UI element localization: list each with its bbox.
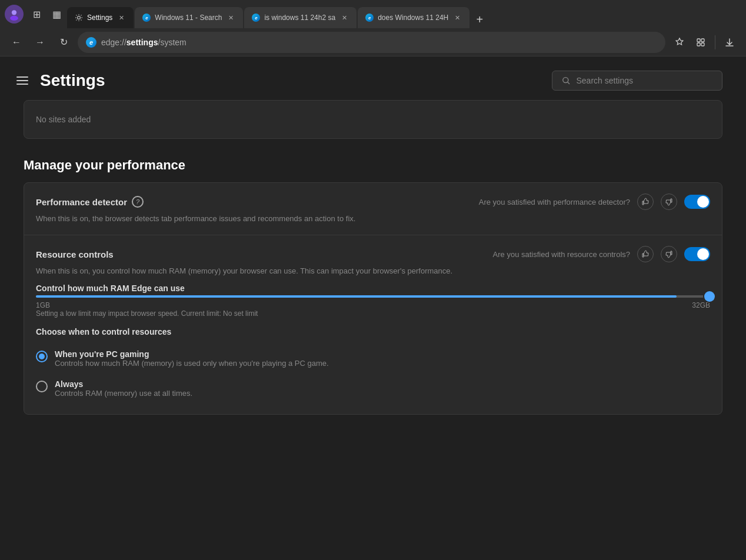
forward-button[interactable]: →: [31, 33, 49, 52]
profile-icon[interactable]: [5, 5, 24, 24]
radio-always-button[interactable]: [36, 381, 48, 392]
svg-rect-3: [697, 39, 700, 42]
tab-settings-title: Settings: [87, 14, 112, 22]
svg-rect-5: [697, 43, 700, 46]
radio-gaming-text: When you're PC gaming Controls how much …: [55, 349, 329, 368]
performance-settings-card: Performance detector ? Are you satisfied…: [24, 182, 722, 415]
tabs-container: Settings ✕ e Windows 11 - Search ✕ e is …: [67, 0, 741, 28]
performance-detector-help-icon[interactable]: ?: [132, 196, 144, 208]
hamburger-line-2: [16, 80, 28, 81]
back-button[interactable]: ←: [7, 33, 26, 52]
choose-title: Choose when to control resources: [36, 327, 710, 336]
ram-slider-section: Control how much RAM Edge can use: [36, 284, 710, 318]
slider-max-label: 32GB: [692, 301, 710, 309]
hamburger-line-3: [16, 84, 28, 85]
settings-page: Settings No sites added Manage your perf…: [0, 56, 746, 560]
main-content: No sites added Manage your performance P…: [0, 100, 746, 438]
slider-wrapper: [36, 295, 710, 298]
browser-titlebar: ⊞ ▦ Settings ✕ e Windows 11 - Search ✕: [0, 0, 746, 28]
slider-fill: [36, 295, 677, 298]
slider-labels: 1GB 32GB: [36, 301, 710, 309]
tab-grid-icon[interactable]: ⊞: [28, 6, 45, 22]
performance-section-title: Manage your performance: [24, 158, 722, 173]
search2-favicon: e: [251, 13, 261, 22]
new-tab-icon[interactable]: ▦: [48, 6, 65, 22]
settings-favicon: [74, 13, 84, 22]
search-settings-input[interactable]: [576, 76, 712, 85]
resource-controls-label: Resource controls: [36, 249, 114, 259]
radio-gaming-button[interactable]: [36, 351, 48, 362]
performance-detector-header: Performance detector ? Are you satisfied…: [36, 194, 710, 210]
radio-gaming-label: When you're PC gaming: [55, 349, 329, 359]
radio-always-label: Always: [55, 379, 192, 389]
resource-controls-desc: When this is on, you control how much RA…: [36, 266, 710, 276]
address-bar[interactable]: e edge://settings/system: [78, 32, 665, 53]
svg-rect-4: [701, 39, 704, 42]
tab-search3-title: does Windows 11 24H: [378, 14, 448, 22]
favorites-button[interactable]: [670, 33, 689, 52]
tab-search2[interactable]: e is windows 11 24h2 sa ✕: [244, 7, 357, 28]
slider-min-label: 1GB: [36, 301, 50, 309]
resource-controls-thumbup[interactable]: [637, 246, 654, 262]
slider-label: Control how much RAM Edge can use: [36, 284, 710, 293]
resource-controls-label-area: Resource controls: [36, 249, 114, 259]
performance-detector-right: Are you satisfied with performance detec…: [479, 194, 710, 210]
settings-main: Settings No sites added Manage your perf…: [0, 56, 746, 560]
tab-search1-title: Windows 11 - Search: [155, 14, 222, 22]
resource-controls-right: Are you satisfied with resource controls…: [493, 246, 710, 262]
new-tab-button[interactable]: +: [471, 11, 488, 28]
settings-page-title: Settings: [40, 71, 105, 90]
refresh-button[interactable]: ↻: [54, 33, 73, 52]
performance-detector-label: Performance detector: [36, 197, 127, 207]
nav-right-icons: [670, 33, 739, 52]
resource-controls-header: Resource controls Are you satisfied with…: [36, 246, 710, 262]
slider-track: [36, 295, 710, 298]
settings-title-area: Settings: [14, 71, 105, 90]
address-text: edge://settings/system: [101, 38, 186, 47]
performance-detector-thumbup[interactable]: [637, 194, 654, 210]
svg-rect-6: [701, 43, 704, 46]
downloads-button[interactable]: [720, 33, 739, 52]
settings-header: Settings: [0, 56, 746, 100]
performance-detector-thumbdown[interactable]: [661, 194, 677, 210]
collections-button[interactable]: [691, 33, 710, 52]
nav-divider: [715, 35, 715, 49]
tab-search3-close[interactable]: ✕: [452, 12, 462, 23]
search-settings-box[interactable]: [552, 71, 722, 91]
tab-search3[interactable]: e does Windows 11 24H ✕: [358, 7, 469, 28]
svg-point-2: [78, 16, 81, 19]
radio-gaming: When you're PC gaming Controls how much …: [36, 344, 710, 374]
radio-always: Always Controls RAM (memory) use at all …: [36, 374, 710, 404]
svg-point-1: [10, 16, 18, 21]
search1-favicon: e: [142, 13, 151, 22]
hamburger-button[interactable]: [14, 74, 31, 87]
tab-search2-title: is windows 11 24h2 sa: [264, 14, 335, 22]
edge-logo-icon: e: [86, 37, 96, 48]
radio-always-desc: Controls RAM (memory) use at all times.: [55, 389, 192, 398]
slider-container: [36, 295, 710, 298]
performance-detector-toggle[interactable]: [684, 195, 710, 209]
slider-row: [36, 295, 710, 298]
resource-controls-thumbdown[interactable]: [661, 246, 677, 262]
performance-detector-label-area: Performance detector ?: [36, 196, 144, 208]
tab-search1[interactable]: e Windows 11 - Search ✕: [135, 7, 243, 28]
slider-thumb[interactable]: [704, 291, 715, 302]
resource-controls-feedback: Are you satisfied with resource controls…: [493, 250, 630, 259]
performance-detector-desc: When this is on, the browser detects tab…: [36, 214, 710, 224]
performance-detector-row: Performance detector ? Are you satisfied…: [24, 183, 722, 235]
no-sites-text: No sites added: [36, 115, 91, 124]
tab-settings[interactable]: Settings ✕: [67, 7, 134, 28]
no-sites-box: No sites added: [24, 100, 722, 139]
radio-always-text: Always Controls RAM (memory) use at all …: [55, 379, 192, 398]
resource-controls-row: Resource controls Are you satisfied with…: [24, 235, 722, 414]
tab-bar-icons: ⊞ ▦: [28, 6, 65, 22]
search-settings-icon: [562, 76, 570, 85]
performance-detector-feedback: Are you satisfied with performance detec…: [479, 198, 630, 206]
browser-navbar: ← → ↻ e edge://settings/system: [0, 28, 746, 56]
tab-search2-close[interactable]: ✕: [339, 12, 349, 23]
search3-favicon: e: [365, 13, 374, 22]
tab-search1-close[interactable]: ✕: [225, 12, 236, 23]
slider-desc: Setting a low limit may impact browser s…: [36, 309, 710, 318]
resource-controls-toggle[interactable]: [684, 247, 710, 261]
tab-settings-close[interactable]: ✕: [116, 12, 126, 23]
